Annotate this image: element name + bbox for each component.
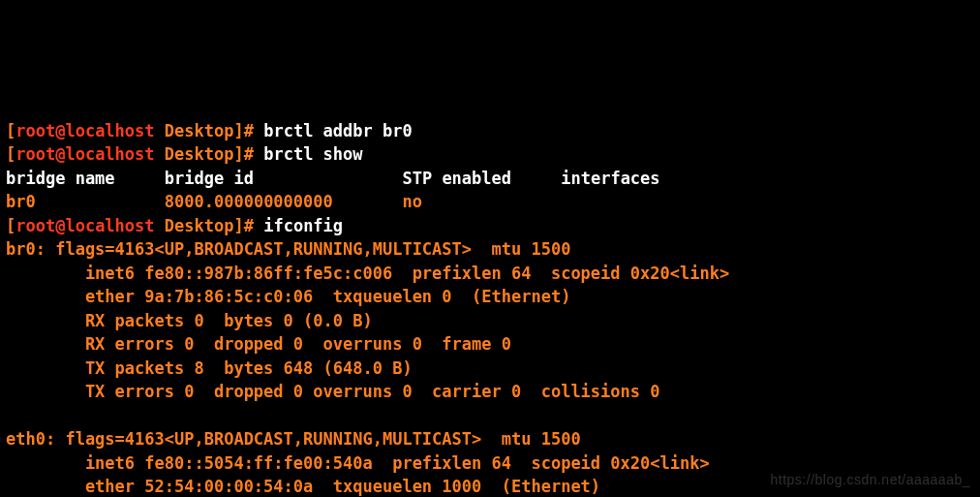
- ifconfig-br0-line: RX packets 0 bytes 0 (0.0 B): [6, 311, 373, 330]
- ifconfig-eth0-line: inet6 fe80::5054:ff:fe00:540a prefixlen …: [6, 453, 710, 473]
- bracket-open: [: [6, 121, 15, 140]
- watermark: https://blog.csdn.net/aaaaaab_: [771, 468, 970, 492]
- ifconfig-br0-line: RX errors 0 dropped 0 overruns 0 frame 0: [6, 334, 511, 354]
- cell-bridge-id: 8000.000000000000: [165, 192, 333, 211]
- col-interfaces: interfaces: [561, 169, 659, 188]
- brctl-header: bridge name bridge id STP enabled interf…: [6, 169, 660, 188]
- brctl-row: br0 8000.000000000000 no: [6, 192, 422, 211]
- prompt-line: [root@localhost Desktop]# brctl addbr br…: [6, 121, 413, 140]
- bracket-close: ]#: [233, 216, 253, 235]
- prompt-user-host: root@localhost: [15, 144, 154, 164]
- prompt-cwd: Desktop: [165, 216, 234, 235]
- bracket-close: ]#: [233, 121, 253, 140]
- prompt-space: [155, 121, 165, 140]
- cell-bridge-name: br0: [6, 192, 36, 211]
- prompt-cwd: Desktop: [165, 144, 234, 164]
- ifconfig-br0-line: TX packets 8 bytes 648 (648.0 B): [6, 358, 413, 378]
- bracket-close: ]#: [233, 144, 253, 164]
- cell-stp: no: [402, 192, 421, 211]
- command-input[interactable]: ifconfig: [263, 216, 343, 235]
- bracket-open: [: [6, 216, 15, 235]
- ifconfig-br0-line: inet6 fe80::987b:86ff:fe5c:c006 prefixle…: [6, 264, 729, 283]
- blank-line: [6, 406, 15, 425]
- prompt-user-host: root@localhost: [15, 121, 154, 140]
- terminal[interactable]: [root@localhost Desktop]# brctl addbr br…: [0, 95, 980, 497]
- ifconfig-eth0-line: ether 52:54:00:00:54:0a txqueuelen 1000 …: [6, 477, 600, 496]
- command-input[interactable]: brctl show: [263, 144, 362, 164]
- prompt-user-host: root@localhost: [15, 216, 154, 235]
- ifconfig-br0-line: TX errors 0 dropped 0 overruns 0 carrier…: [6, 382, 660, 401]
- col-bridge-name: bridge name: [6, 169, 115, 188]
- prompt-space: [155, 144, 165, 164]
- command-input[interactable]: brctl addbr br0: [263, 121, 413, 140]
- col-bridge-id: bridge id: [165, 169, 254, 188]
- bracket-open: [: [6, 144, 15, 164]
- prompt-line: [root@localhost Desktop]# ifconfig: [6, 216, 343, 235]
- prompt-cwd: Desktop: [165, 121, 234, 140]
- col-stp: STP enabled: [402, 169, 511, 188]
- ifconfig-br0-line: ether 9a:7b:86:5c:c0:06 txqueuelen 0 (Et…: [6, 287, 570, 306]
- prompt-line: [root@localhost Desktop]# brctl show: [6, 144, 363, 164]
- prompt-space: [155, 216, 165, 235]
- ifconfig-eth0-head: eth0: flags=4163<UP,BROADCAST,RUNNING,MU…: [6, 429, 581, 449]
- ifconfig-br0-head: br0: flags=4163<UP,BROADCAST,RUNNING,MUL…: [6, 239, 570, 259]
